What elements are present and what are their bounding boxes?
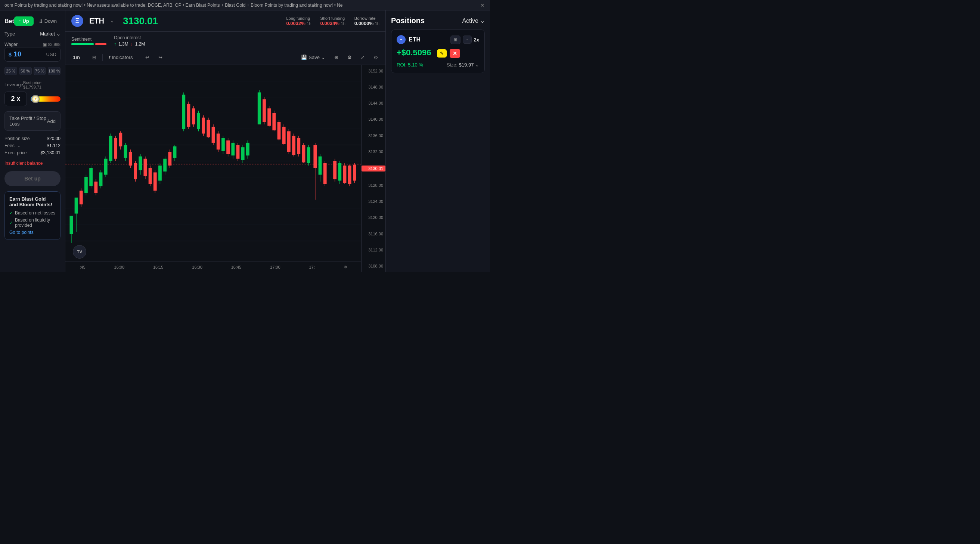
svg-rect-121 [353,165,356,181]
price-3152: 3152.00 [361,69,385,73]
promo-box: Earn Blast Gold and Bloom Points! ✓ Base… [5,191,60,240]
promo-item-1: ✓ Based on net losses [10,211,56,215]
candle-type-button[interactable]: ⊟ [89,53,99,62]
long-funding: Long funding 0.0032% 1h [286,16,311,26]
active-dropdown[interactable]: Active ⌄ [462,17,485,24]
price-3136: 3136.00 [361,133,385,138]
time-1615: 16:15 [153,265,164,270]
short-funding-period: 1h [341,21,345,26]
svg-rect-115 [338,163,341,180]
borrow-rate-val: 0.0000% [355,21,374,26]
svg-rect-87 [262,99,266,122]
up-arrow-icon: ↑ [19,18,21,24]
bet-up-button[interactable]: ↑ Up [14,16,33,26]
bet-down-button[interactable]: ⇊ Down [35,16,60,26]
svg-rect-109 [318,156,322,175]
leverage-thumb[interactable]: ⚡ [31,95,40,103]
tp-sl-row: Take Profit / Stop Loss Add [5,111,60,131]
undo-icon: ↩ [145,54,150,60]
redo-button[interactable]: ↪ [155,53,165,62]
pct-100-button[interactable]: 100 % [48,67,60,75]
fees-row: Fees: ⌄ $1.112 [5,143,60,148]
position-info: Position size $20.00 Fees: ⌄ $1.112 Exec… [5,136,60,155]
svg-rect-107 [313,145,317,168]
exec-price-row: Exec. price $3,130.01 [5,150,60,155]
chart-toolbar: 1m ⊟ f Indicators ↩ ↪ 💾 Save ⌄ [65,50,385,65]
fees-label: Fees: [5,143,16,148]
add-tp-sl-button[interactable]: Add [47,118,56,124]
fullscreen-button[interactable]: ⤢ [358,53,368,62]
svg-rect-21 [89,168,92,186]
settings-button[interactable]: ⚙ [344,53,355,62]
leverage-slider[interactable]: ⚡ [30,93,60,105]
price-3116: 3116.00 [361,232,385,236]
svg-rect-67 [207,120,210,137]
position-asset-name: ETH [409,36,420,43]
wallet-icon: ▣ [43,42,47,47]
candle-icon: ⊟ [92,54,96,60]
pct-buttons: 25 % 50 % 75 % 100 % [5,67,60,75]
eth-logo: Ξ [72,15,83,27]
dollar-sign: $ [9,51,11,57]
down-arrows-icon: ⇊ [39,18,43,24]
svg-rect-103 [302,145,305,162]
svg-rect-23 [94,182,97,193]
svg-rect-57 [182,95,185,129]
save-icon: 💾 [301,54,307,60]
funding-group: Long funding 0.0032% 1h Short funding 0.… [286,16,379,26]
active-chevron-icon: ⌄ [480,17,485,24]
svg-rect-95 [282,127,286,144]
size-chevron-icon[interactable]: ⌄ [475,62,479,68]
position-roi: ROI: 5.10 % [397,62,423,68]
svg-rect-47 [153,172,157,191]
crosshair-button[interactable]: ⊕ [331,53,341,62]
timeframe-1m-button[interactable]: 1m [70,53,83,62]
leverage-box: 2 x ⚡ [5,91,60,106]
indicators-button[interactable]: f Indicators [106,53,136,62]
go-to-points-link[interactable]: Go to points [10,230,56,235]
position-close-button[interactable]: ✕ [450,49,460,58]
chart-header: Ξ ETH ⌄ 3130.01 Long funding 0.0032% 1h … [65,10,385,32]
positions-header: Positions Active ⌄ [391,16,485,25]
gear-icon: ⚙ [347,54,352,60]
promo-item-2: ✓ Based on liquidity provided [10,217,56,228]
open-interest-group: Open interest ↑ 1.3M ↓ 1.2M [114,35,145,47]
right-panel: Positions Active ⌄ Ξ ETH ⊞ ↑ 2x [385,10,490,272]
svg-rect-83 [246,143,250,155]
position-details-button[interactable]: ⊞ [450,35,460,44]
price-3128: 3128.00 [361,183,385,188]
svg-rect-113 [333,161,337,179]
submit-bet-button[interactable]: Bet up [5,171,60,186]
long-funding-label: Long funding [286,16,310,21]
position-pnl: +$0.5096 [397,48,431,57]
undo-button[interactable]: ↩ [142,53,153,62]
svg-rect-29 [109,136,112,161]
wager-input-box: $ USD [5,47,60,62]
time-1645: 16:45 [231,265,242,270]
bet-header: Bet ↑ Up ⇊ Down [5,16,60,26]
pct-25-button[interactable]: 25 % [5,67,17,75]
svg-rect-93 [277,122,281,139]
oi-down-icon: ↓ [131,41,133,47]
market-select[interactable]: Market ⌄ [40,31,60,37]
screenshot-button[interactable]: ⊙ [371,53,381,62]
svg-rect-13 [70,216,73,234]
svg-rect-59 [187,104,191,127]
svg-rect-85 [258,92,261,124]
svg-rect-99 [292,136,296,155]
pct-75-button[interactable]: 75 % [33,67,46,75]
svg-rect-65 [202,118,205,134]
pct-50-button[interactable]: 50 % [19,67,32,75]
position-direction-button[interactable]: ↑ [463,35,472,44]
time-1630: 16:30 [192,265,202,270]
time-17x: 17: [309,265,315,270]
asset-chevron-icon[interactable]: ⌄ [110,18,114,24]
wager-input[interactable] [14,50,36,58]
close-icon[interactable]: ✕ [480,2,485,8]
svg-rect-81 [241,147,245,160]
svg-rect-55 [173,147,177,158]
position-edit-button[interactable]: ✎ [437,49,447,57]
save-button[interactable]: 💾 Save ⌄ [298,53,328,62]
fees-chevron-icon[interactable]: ⌄ [17,144,20,148]
type-row: Type Market ⌄ [5,31,60,37]
